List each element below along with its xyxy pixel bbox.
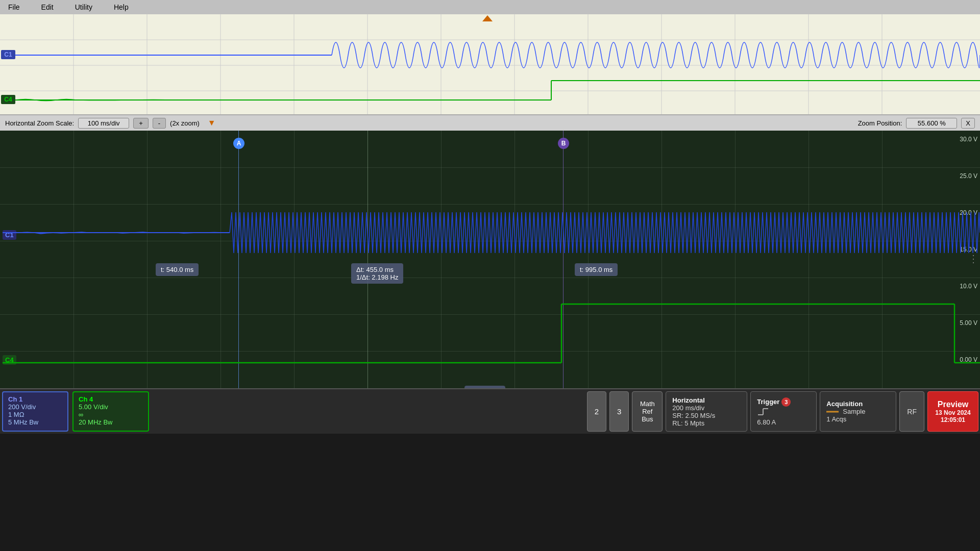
btn-3-label: 3 [617, 407, 621, 416]
acquisition-title: Acquisition [826, 400, 890, 408]
math-label: Math [640, 400, 655, 408]
bus-label: Bus [642, 415, 653, 423]
rf-label: RF [907, 408, 917, 416]
zoom-scale-value[interactable]: 100 ms/div [78, 118, 129, 129]
preview-button[interactable]: Preview 13 Nov 2024 12:05:01 [927, 391, 978, 432]
math-ref-bus-button[interactable]: Math Ref Bus [632, 391, 663, 432]
cursor-a-marker[interactable]: A [233, 138, 244, 149]
zoom-label: Horizontal Zoom Scale: [5, 119, 74, 127]
v-scale-25: 25.0 V [960, 172, 977, 180]
acq-mode: Sample [843, 408, 865, 415]
zoom-controls-bar: Horizontal Zoom Scale: 100 ms/div + - (2… [0, 115, 980, 131]
trigger-badge: 3 [781, 397, 791, 407]
trigger-title: Trigger [757, 398, 779, 406]
ch1-impedance: 1 MΩ [8, 411, 62, 418]
status-bar: Ch 1 200 V/div 1 MΩ 5 MHz Bw Ch 4 5.00 V… [0, 388, 980, 434]
v-scale-5: 5.00 V [960, 319, 977, 327]
overview-waveform: C1 C4 [0, 14, 980, 115]
zoom-position-value[interactable]: 55.600 % [906, 118, 957, 129]
v-scale-20: 20.0 V [960, 209, 977, 216]
acquisition-info: Acquisition Sample 1 Acqs [820, 391, 896, 432]
grid-line-h3 [0, 241, 980, 241]
oscilloscope-display: A B C1 C4 30.0 V 25.0 V 20.0 V 15.0 V 10… [0, 131, 980, 388]
horizontal-info: Horizontal 200 ms/div SR: 2.50 MS/s RL: … [666, 391, 747, 432]
ref-label: Ref [642, 408, 652, 415]
meas-voltage-a: V: 11.30 V [464, 386, 505, 388]
ch1-status[interactable]: Ch 1 200 V/div 1 MΩ 5 MHz Bw [2, 391, 68, 432]
menu-help[interactable]: Help [111, 2, 132, 12]
overview-svg: C1 C4 [0, 14, 980, 114]
grid-line-v2 [147, 131, 148, 388]
v-scale-0: 0.00 V [960, 356, 977, 363]
ch1-vdiv: 200 V/div [8, 403, 62, 411]
zoom-text: (2x zoom) [170, 119, 200, 127]
inv-delta-t-value: 1/Δt: 2.198 Hz [356, 273, 398, 281]
svg-text:C1: C1 [4, 51, 12, 58]
delta-t-value: Δt: 455.0 ms [356, 266, 394, 273]
horizontal-msdiv: 200 ms/div [672, 404, 741, 412]
grid-line-h6 [0, 351, 980, 352]
meas-cursor-b-time: t: 995.0 ms [575, 263, 618, 276]
btn-3[interactable]: 3 [609, 391, 629, 432]
horizontal-title: Horizontal [672, 396, 741, 404]
menu-utility[interactable]: Utility [72, 2, 95, 12]
rf-button[interactable]: RF [899, 391, 924, 432]
grid-line-h1 [0, 167, 980, 168]
dots-indicator: ··· [968, 254, 979, 265]
btn-2[interactable]: 2 [587, 391, 606, 432]
c4-channel-label: C4 [3, 355, 16, 365]
cursor-b-label: B [561, 140, 566, 147]
preview-label: Preview [938, 400, 968, 409]
ch4-vdiv: 5.00 V/div [79, 403, 143, 411]
cursor-b-line [563, 131, 564, 388]
ch4-symbol: ∞ [79, 411, 143, 418]
v-scale-10: 10.0 V [960, 283, 977, 290]
grid-line-v12 [882, 131, 883, 388]
grid-line-v9 [662, 131, 662, 388]
grid-line-v10 [735, 131, 736, 388]
grid-line-v7 [514, 131, 515, 388]
ch4-title: Ch 4 [79, 395, 143, 403]
cursor-a-label: A [237, 140, 241, 147]
zoom-position-arrow: ▼ [208, 118, 216, 128]
grid-line-h2 [0, 204, 980, 205]
grid-line-v1 [74, 131, 74, 388]
menu-edit[interactable]: Edit [38, 2, 57, 12]
c1-channel-label: C1 [3, 230, 16, 240]
menu-file[interactable]: File [5, 2, 23, 12]
horizontal-rl: RL: 5 Mpts [672, 419, 741, 427]
grid-line-v8 [588, 131, 589, 388]
trigger-info: Trigger 3 6.80 A [750, 391, 817, 432]
grid-line-h4 [0, 278, 980, 278]
grid-line-v11 [808, 131, 809, 388]
ch4-status[interactable]: Ch 4 5.00 V/div ∞ 20 MHz Bw [72, 391, 149, 432]
zoom-minus-button[interactable]: - [153, 118, 166, 129]
v-scale-15: 15.0 V [960, 246, 977, 253]
btn-2-label: 2 [595, 407, 599, 416]
ch4-bw: 20 MHz Bw [79, 418, 143, 426]
preview-time: 12:05:01 [941, 416, 965, 423]
ch1-title: Ch 1 [8, 395, 62, 403]
cursor-b-marker[interactable]: B [558, 138, 569, 149]
preview-date: 13 Nov 2024 [935, 409, 970, 416]
grid-line-v4 [294, 131, 295, 388]
ch1-bw: 5 MHz Bw [8, 418, 62, 426]
grid-line-v3 [220, 131, 221, 388]
menubar: File Edit Utility Help [0, 0, 980, 14]
cursor-a-line [238, 131, 239, 388]
zoom-close-button[interactable]: X [961, 118, 975, 129]
grid-line-h5 [0, 314, 980, 315]
svg-text:C4: C4 [4, 96, 12, 103]
meas-delta-t: Δt: 455.0 ms 1/Δt: 2.198 Hz [351, 263, 403, 284]
v-scale-30: 30.0 V [960, 136, 977, 143]
zoom-position-label: Zoom Position: [858, 119, 902, 127]
acq-color-icon [826, 410, 839, 414]
horizontal-sr: SR: 2.50 MS/s [672, 412, 741, 419]
trigger-level: 6.80 A [757, 418, 810, 426]
trigger-slope-icon [757, 408, 810, 417]
acq-count: 1 Acqs [826, 415, 890, 423]
zoom-plus-button[interactable]: + [133, 118, 149, 129]
center-vertical-line [368, 131, 368, 388]
grid-line-v6 [441, 131, 442, 388]
meas-cursor-a-time: t: 540.0 ms [156, 263, 199, 276]
